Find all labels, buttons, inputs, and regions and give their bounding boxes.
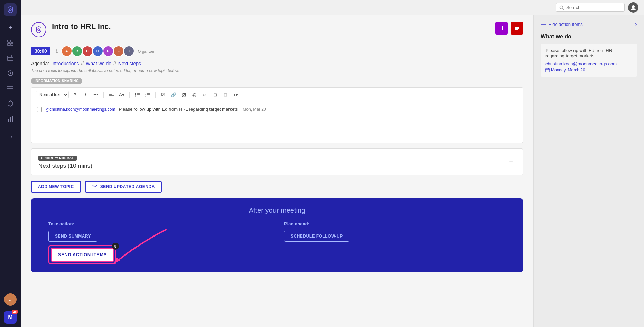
bold-button[interactable]: B xyxy=(71,90,79,99)
meeting-controls: ⏸ ⏺ xyxy=(495,22,523,35)
sidebar-item-dashboard[interactable] xyxy=(4,37,17,49)
agenda-sep-2: // xyxy=(113,61,116,66)
editor-toolbar: Normal text B I ••• A▾ 1.2.3. ☑ xyxy=(31,87,523,102)
right-panel-header: Hide action items › xyxy=(541,21,637,28)
sidebar-item-analytics[interactable] xyxy=(4,113,17,125)
bullet-list-button[interactable] xyxy=(133,90,141,99)
svg-text:3.: 3. xyxy=(145,95,146,97)
send-summary-button[interactable]: SEND SUMMARY xyxy=(48,231,97,242)
take-action-column: Take action: SEND SUMMARY SEND ACTION IT… xyxy=(41,221,277,264)
action-card-email: christina.koch@moonmeetings.com xyxy=(545,61,632,66)
svg-point-26 xyxy=(135,94,136,95)
action-card-date: Monday, March 20 xyxy=(545,68,632,73)
next-steps-card: PRIORITY: NORMAL Next steps (10 mins) + xyxy=(31,148,523,175)
search-icon xyxy=(559,5,564,10)
record-button[interactable]: ⏺ xyxy=(511,22,523,35)
align-button[interactable] xyxy=(107,90,115,99)
priority-badge: PRIORITY: NORMAL xyxy=(38,156,77,161)
font-color-button[interactable]: A▾ xyxy=(118,90,126,99)
agenda-link-next-steps[interactable]: Next steps xyxy=(118,61,141,66)
send-updated-agenda-button[interactable]: SEND UPDATED AGENDA xyxy=(85,181,162,193)
numbered-list-button[interactable]: 1.2.3. xyxy=(143,90,152,99)
action-date: Mon, Mar 20 xyxy=(243,107,266,112)
action-item-row: @christina.koch@moonmeetings.com Please … xyxy=(37,107,517,112)
svg-rect-5 xyxy=(8,56,13,61)
agenda-sep-1: // xyxy=(81,61,84,66)
after-meeting-columns: Take action: SEND SUMMARY SEND ACTION IT… xyxy=(41,221,513,264)
envelope-icon xyxy=(92,185,97,189)
action-card: Please follow up with Ed from HRL regard… xyxy=(541,44,637,77)
chevron-right-icon[interactable]: › xyxy=(635,21,637,28)
image-button[interactable]: 🖼 xyxy=(180,90,188,99)
sidebar-item-menu[interactable] xyxy=(4,82,17,95)
right-panel: Hide action items › What we do Please fo… xyxy=(533,15,644,327)
agenda-row: Agenda: Introductions // What we do // N… xyxy=(31,61,523,66)
svg-rect-2 xyxy=(11,40,13,42)
add-new-topic-button[interactable]: ADD NEW TOPIC xyxy=(31,181,81,193)
more-options-button[interactable]: ••• xyxy=(92,90,100,99)
after-meeting-section: After your meeting Take action: SEND SUM… xyxy=(31,198,523,272)
pause-button[interactable]: ⏸ xyxy=(495,22,508,35)
svg-rect-4 xyxy=(11,43,13,46)
emoji-button[interactable]: ☺ xyxy=(200,90,209,99)
sep-1 xyxy=(103,92,104,98)
avatar-4: D xyxy=(92,46,103,57)
info-tag: INFORMATION SHARING xyxy=(31,78,82,84)
next-steps-title: Next steps (10 mins) xyxy=(38,163,92,170)
user-avatar-sidebar[interactable]: J xyxy=(4,293,17,306)
footer-buttons: ADD NEW TOPIC SEND UPDATED AGENDA xyxy=(31,181,523,193)
sidebar: + → J M 25 xyxy=(0,0,21,327)
sidebar-item-integrations[interactable] xyxy=(4,97,17,110)
send-action-items-button[interactable]: SEND ACTION ITEMS xyxy=(51,248,114,262)
svg-rect-15 xyxy=(10,117,11,122)
italic-button[interactable]: I xyxy=(81,90,90,99)
timer-attendees-row: 30:00 ℹ A B C D E F G Organizer xyxy=(31,43,523,59)
sidebar-item-history[interactable] xyxy=(4,67,17,79)
search-input[interactable] xyxy=(566,5,615,10)
info-icon: ℹ xyxy=(56,48,58,54)
hide-action-items-link[interactable]: Hide action items xyxy=(541,22,583,27)
style-select[interactable]: Normal text xyxy=(36,91,69,98)
table-button[interactable]: ⊞ xyxy=(211,90,219,99)
add-section-button[interactable]: + xyxy=(506,157,516,167)
columns-button[interactable]: ⊟ xyxy=(221,90,230,99)
svg-point-28 xyxy=(135,96,136,97)
sidebar-item-add[interactable]: + xyxy=(4,21,17,34)
svg-rect-14 xyxy=(8,119,9,122)
svg-point-17 xyxy=(560,6,563,9)
take-action-label: Take action: xyxy=(48,221,270,227)
sidebar-item-calendar[interactable] xyxy=(4,52,17,64)
checkbox-button[interactable]: ☑ xyxy=(159,90,167,99)
main-content: Intro to HRL Inc. ⏸ ⏺ 30:00 ℹ A B C D E … xyxy=(21,0,644,327)
svg-marker-13 xyxy=(8,101,13,106)
link-button[interactable]: 🔗 xyxy=(169,90,178,99)
user-icon-top[interactable] xyxy=(628,2,638,13)
svg-point-19 xyxy=(632,5,635,8)
meeting-title: Intro to HRL Inc. xyxy=(52,22,111,31)
svg-rect-16 xyxy=(12,116,13,122)
hide-action-items-label: Hide action items xyxy=(548,22,583,27)
more-button[interactable]: +▾ xyxy=(232,90,240,99)
attendees-row: A B C D E F G xyxy=(61,46,134,57)
app-logo[interactable] xyxy=(4,3,17,16)
action-text: Please follow up with Ed from HRL regard… xyxy=(119,107,238,112)
agenda-label: Agenda: xyxy=(31,61,49,66)
editor-area[interactable]: @christina.koch@moonmeetings.com Please … xyxy=(31,102,523,143)
mention-button[interactable]: @ xyxy=(190,90,198,99)
meeting-panel: Intro to HRL Inc. ⏸ ⏺ 30:00 ℹ A B C D E … xyxy=(21,15,533,327)
action-card-text: Please follow up with Ed from HRL regard… xyxy=(545,48,632,58)
avatar-7: G xyxy=(123,46,134,57)
topbar xyxy=(21,0,644,15)
sidebar-item-forward[interactable]: → xyxy=(4,131,17,143)
avatar-1: A xyxy=(61,46,72,57)
send-action-highlight-wrapper: SEND ACTION ITEMS 8 xyxy=(48,245,116,264)
agenda-link-what-we-do[interactable]: What we do xyxy=(86,61,111,66)
app-logo-bottom[interactable]: M 25 xyxy=(4,311,17,324)
meeting-header: Intro to HRL Inc. ⏸ ⏺ xyxy=(31,22,523,37)
avatar-2: B xyxy=(72,46,83,57)
action-checkbox[interactable] xyxy=(37,107,42,112)
schedule-followup-button[interactable]: SCHEDULE FOLLOW-UP xyxy=(284,231,349,242)
agenda-link-introductions[interactable]: Introductions xyxy=(51,61,79,66)
svg-rect-1 xyxy=(8,40,10,42)
search-bar[interactable] xyxy=(556,3,625,12)
